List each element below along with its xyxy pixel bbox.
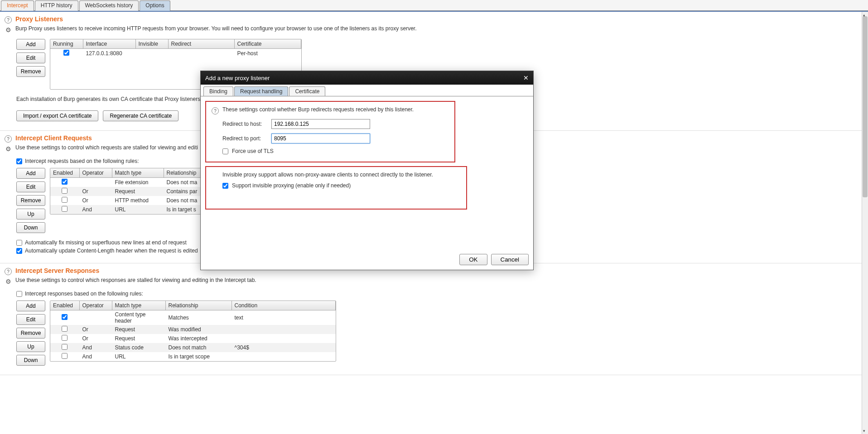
dialog-tab-certificate[interactable]: Certificate — [289, 86, 325, 96]
col-condition[interactable]: Condition — [231, 301, 336, 310]
table-row[interactable]: Or Request Was modified — [50, 325, 336, 334]
add-listener-button[interactable]: Add — [16, 39, 45, 50]
col-relationship[interactable]: Relationship — [165, 301, 231, 310]
table-row[interactable]: And Status code Does not match ^304$ — [50, 343, 336, 352]
client-rules-table[interactable]: Enabled Operator Match type Relationship… — [50, 168, 202, 214]
enabled-checkbox[interactable] — [62, 206, 68, 212]
col-enabled[interactable]: Enabled — [50, 301, 79, 310]
cell-condition: ^304$ — [231, 343, 336, 352]
server-rules-table[interactable]: Enabled Operator Match type Relationship… — [50, 301, 336, 361]
cell-condition — [231, 325, 336, 334]
col-match-type[interactable]: Match type — [112, 168, 164, 178]
cell-operator: Or — [79, 196, 112, 205]
tab-intercept[interactable]: Intercept — [1, 0, 34, 11]
redirect-host-input[interactable] — [271, 119, 370, 129]
enabled-checkbox[interactable] — [62, 353, 68, 359]
support-invisible-checkbox[interactable] — [222, 183, 228, 189]
table-row[interactable]: And URL Is in target scope — [50, 352, 336, 361]
edit-rule-button[interactable]: Edit — [16, 181, 45, 192]
tab-ws-history[interactable]: WebSockets history — [79, 0, 139, 11]
tab-options[interactable]: Options — [140, 0, 170, 11]
table-row[interactable]: Content type header Matches text — [50, 310, 336, 325]
cancel-button[interactable]: Cancel — [491, 254, 529, 265]
dialog-tab-binding[interactable]: Binding — [203, 86, 233, 96]
cell-operator: Or — [79, 325, 112, 334]
col-relationship[interactable]: Relationship — [164, 168, 202, 178]
table-row[interactable]: File extension Does not ma — [50, 178, 202, 187]
col-enabled[interactable]: Enabled — [50, 168, 79, 178]
scroll-down-icon[interactable]: ▾ — [863, 429, 865, 433]
table-row[interactable]: 127.0.0.1:8080 Per-host — [50, 49, 301, 58]
col-certificate[interactable]: Certificate — [234, 39, 301, 49]
help-icon[interactable]: ? — [5, 268, 12, 275]
up-resp-rule-button[interactable]: Up — [16, 341, 45, 352]
enabled-checkbox[interactable] — [62, 314, 68, 320]
up-rule-button[interactable]: Up — [16, 209, 45, 219]
redirect-port-input[interactable] — [271, 134, 370, 143]
proxy-listeners-table[interactable]: Running Interface Invisible Redirect Cer… — [50, 39, 301, 58]
cell-condition: text — [231, 310, 336, 325]
cell-match-type: HTTP method — [112, 196, 164, 205]
col-operator[interactable]: Operator — [79, 168, 112, 178]
table-row[interactable]: Or Request Contains par — [50, 187, 202, 196]
cell-certificate: Per-host — [234, 49, 301, 58]
intercept-responses-checkbox[interactable] — [16, 291, 22, 297]
enabled-checkbox[interactable] — [62, 197, 68, 203]
edit-resp-rule-button[interactable]: Edit — [16, 314, 45, 325]
import-export-ca-button[interactable]: Import / export CA certificate — [16, 110, 98, 121]
gear-icon[interactable]: ⚙ — [5, 145, 12, 153]
invisible-proxy-box: Invisible proxy support allows non-proxy… — [205, 166, 467, 210]
cell-interface: 127.0.0.1:8080 — [83, 49, 135, 58]
enabled-checkbox[interactable] — [62, 179, 68, 185]
scrollbar-thumb[interactable] — [863, 16, 868, 197]
tab-http-history[interactable]: HTTP history — [35, 0, 78, 11]
section-title: Proxy Listeners — [15, 15, 63, 23]
remove-listener-button[interactable]: Remove — [16, 66, 45, 77]
close-icon[interactable]: ✕ — [523, 74, 529, 81]
remove-rule-button[interactable]: Remove — [16, 195, 45, 206]
down-resp-rule-button[interactable]: Down — [16, 355, 45, 366]
section-title: Intercept Server Responses — [15, 267, 99, 274]
dialog-tabs: Binding Request handling Certificate — [201, 85, 533, 96]
col-operator[interactable]: Operator — [79, 301, 112, 310]
auto-fix-newlines-checkbox[interactable] — [16, 240, 22, 246]
force-tls-checkbox[interactable] — [222, 148, 228, 154]
down-rule-button[interactable]: Down — [16, 222, 45, 233]
col-invisible[interactable]: Invisible — [135, 39, 168, 49]
remove-resp-rule-button[interactable]: Remove — [16, 328, 45, 339]
table-row[interactable]: Or Request Was intercepted — [50, 334, 336, 343]
section-desc: Use these settings to control which resp… — [15, 277, 256, 283]
enabled-checkbox[interactable] — [62, 335, 68, 341]
help-icon[interactable]: ? — [5, 16, 12, 24]
intercept-requests-checkbox[interactable] — [16, 158, 22, 164]
cell-operator: Or — [79, 334, 112, 343]
regenerate-ca-button[interactable]: Regenerate CA certificate — [103, 110, 178, 121]
gear-icon[interactable]: ⚙ — [5, 278, 12, 285]
running-checkbox[interactable] — [63, 50, 69, 56]
table-row[interactable]: Or HTTP method Does not ma — [50, 196, 202, 205]
edit-listener-button[interactable]: Edit — [16, 52, 45, 63]
enabled-checkbox[interactable] — [62, 326, 68, 332]
col-running[interactable]: Running — [50, 39, 83, 49]
add-resp-rule-button[interactable]: Add — [16, 300, 45, 311]
table-row[interactable]: And URL Is in target s — [50, 205, 202, 214]
dialog-titlebar[interactable]: Add a new proxy listener ✕ — [201, 71, 533, 85]
col-redirect[interactable]: Redirect — [168, 39, 234, 49]
enabled-checkbox[interactable] — [62, 188, 68, 194]
auto-fix-label: Automatically fix missing or superfluous… — [25, 239, 187, 246]
auto-content-length-checkbox[interactable] — [16, 248, 22, 254]
gear-icon[interactable]: ⚙ — [5, 26, 12, 33]
col-match-type[interactable]: Match type — [112, 301, 165, 310]
add-rule-button[interactable]: Add — [16, 168, 45, 179]
help-icon[interactable]: ? — [5, 135, 12, 143]
vertical-scrollbar[interactable]: ▴ ▾ — [862, 12, 868, 434]
ok-button[interactable]: OK — [459, 254, 487, 265]
dialog-tab-request-handling[interactable]: Request handling — [234, 86, 288, 96]
cell-match-type: Request — [112, 187, 164, 196]
support-invisible-label: Support invisible proxying (enable only … — [232, 182, 351, 189]
enabled-checkbox[interactable] — [62, 344, 68, 350]
help-icon[interactable]: ? — [212, 107, 219, 114]
col-interface[interactable]: Interface — [83, 39, 135, 49]
cell-invisible — [135, 49, 168, 58]
cell-relationship: Does not ma — [164, 196, 202, 205]
